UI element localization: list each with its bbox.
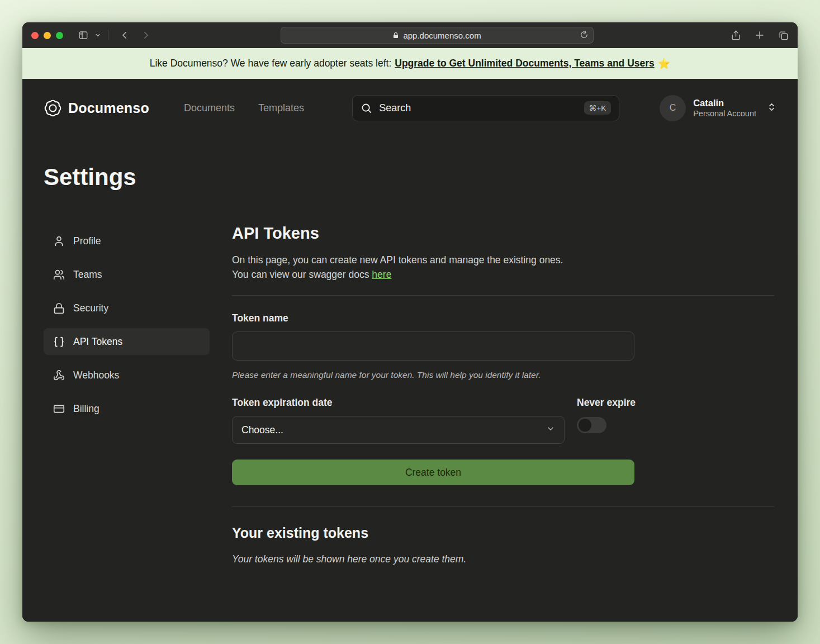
- sidebar-item-label: API Tokens: [73, 336, 122, 348]
- sidebar-item-label: Teams: [73, 269, 102, 281]
- search-shortcut-badge: ⌘+K: [584, 101, 611, 115]
- promo-text: Like Documenso? We have few early adopte…: [150, 58, 392, 69]
- avatar: C: [660, 95, 686, 121]
- token-name-input[interactable]: [232, 332, 634, 361]
- sidebar-item-profile[interactable]: Profile: [44, 228, 210, 254]
- divider: [232, 506, 774, 507]
- sidebar-item-label: Profile: [73, 235, 101, 247]
- app-header: Documenso Documents Templates Search ⌘+K…: [22, 79, 798, 137]
- close-window-button[interactable]: [31, 32, 39, 39]
- zoom-window-button[interactable]: [56, 32, 63, 39]
- expiration-row: Token expiration date Choose... Never ex…: [232, 397, 774, 444]
- account-type: Personal Account: [693, 108, 756, 119]
- sidebar-chevron-icon[interactable]: [94, 32, 101, 39]
- forward-button[interactable]: [141, 30, 151, 40]
- sidebar-item-teams[interactable]: Teams: [44, 261, 210, 288]
- expiration-label: Token expiration date: [232, 397, 565, 409]
- lock-icon: [53, 302, 65, 314]
- toggle-knob: [579, 419, 591, 432]
- never-expire-toggle[interactable]: [577, 417, 606, 433]
- token-name-hint: Please enter a meaningful name for your …: [232, 370, 774, 380]
- minimize-window-button[interactable]: [44, 32, 51, 39]
- reload-icon[interactable]: [580, 31, 588, 40]
- account-name: Catalin: [693, 97, 756, 109]
- search-icon: [361, 102, 372, 114]
- account-menu[interactable]: C Catalin Personal Account: [660, 95, 776, 121]
- url-text: app.documenso.com: [403, 31, 481, 40]
- users-icon: [53, 269, 65, 281]
- sidebar-item-webhooks[interactable]: Webhooks: [44, 362, 210, 389]
- section-description: On this page, you can create new API tok…: [232, 253, 774, 282]
- credit-card-icon: [53, 403, 65, 415]
- description-line-2: You can view our swagger docs: [232, 269, 372, 280]
- app-surface: Documenso Documents Templates Search ⌘+K…: [22, 79, 798, 622]
- settings-sidebar: Profile Teams Security: [44, 228, 210, 565]
- desktop-background: app.documenso.com Like Documenso? We hav: [0, 0, 820, 644]
- sidebar-item-label: Webhooks: [73, 370, 119, 381]
- nav-templates[interactable]: Templates: [258, 102, 304, 114]
- documenso-logo-icon: [44, 99, 62, 117]
- tab-overview-icon[interactable]: [778, 30, 789, 41]
- toolbar-divider: [108, 30, 108, 40]
- webhook-icon: [53, 370, 65, 381]
- star-icon: ⭐: [658, 58, 670, 70]
- api-tokens-panel: API Tokens On this page, you can create …: [232, 228, 774, 565]
- new-tab-icon[interactable]: [755, 30, 765, 41]
- window-controls: [31, 32, 63, 39]
- divider: [232, 295, 774, 296]
- brand-name: Documenso: [68, 100, 149, 116]
- nav-documents[interactable]: Documents: [184, 102, 235, 114]
- page-title: Settings: [44, 164, 776, 191]
- token-name-label: Token name: [232, 312, 774, 324]
- sidebar-item-billing[interactable]: Billing: [44, 395, 210, 422]
- never-expire-label: Never expire: [577, 397, 636, 409]
- promo-banner: Like Documenso? We have few early adopte…: [22, 48, 798, 79]
- existing-tokens-empty-text: Your tokens will be shown here once you …: [232, 553, 774, 565]
- back-button[interactable]: [120, 30, 130, 40]
- sidebar-item-label: Security: [73, 302, 108, 314]
- main-nav: Documents Templates: [184, 102, 304, 114]
- sidebar-item-label: Billing: [73, 403, 99, 415]
- browser-window: app.documenso.com Like Documenso? We hav: [22, 22, 798, 622]
- brand[interactable]: Documenso: [44, 99, 149, 117]
- sidebar-item-api-tokens[interactable]: API Tokens: [44, 328, 210, 355]
- address-bar[interactable]: app.documenso.com: [281, 27, 594, 44]
- lock-icon: [392, 32, 399, 39]
- share-icon[interactable]: [731, 30, 741, 41]
- toolbar-right-actions: [731, 30, 789, 41]
- search-placeholder: Search: [379, 102, 577, 114]
- expiration-select[interactable]: Choose...: [232, 416, 565, 444]
- description-line-1: On this page, you can create new API tok…: [232, 253, 774, 267]
- user-icon: [53, 235, 65, 247]
- browser-toolbar: app.documenso.com: [22, 22, 798, 48]
- settings-layout: Profile Teams Security: [22, 228, 798, 565]
- upgrade-link[interactable]: Upgrade to Get Unlimited Documents, Team…: [395, 58, 655, 69]
- section-heading: API Tokens: [232, 224, 774, 243]
- swagger-docs-link[interactable]: here: [372, 269, 391, 280]
- sidebar-toggle-icon[interactable]: [78, 30, 89, 40]
- expiration-selected-value: Choose...: [241, 424, 283, 436]
- search-input[interactable]: Search ⌘+K: [352, 95, 619, 121]
- chevron-down-icon: [546, 424, 555, 436]
- create-token-button[interactable]: Create token: [232, 460, 634, 485]
- existing-tokens-heading: Your existing tokens: [232, 525, 774, 541]
- sidebar-item-security[interactable]: Security: [44, 295, 210, 321]
- braces-icon: [53, 336, 65, 348]
- chevrons-up-down-icon: [767, 102, 776, 114]
